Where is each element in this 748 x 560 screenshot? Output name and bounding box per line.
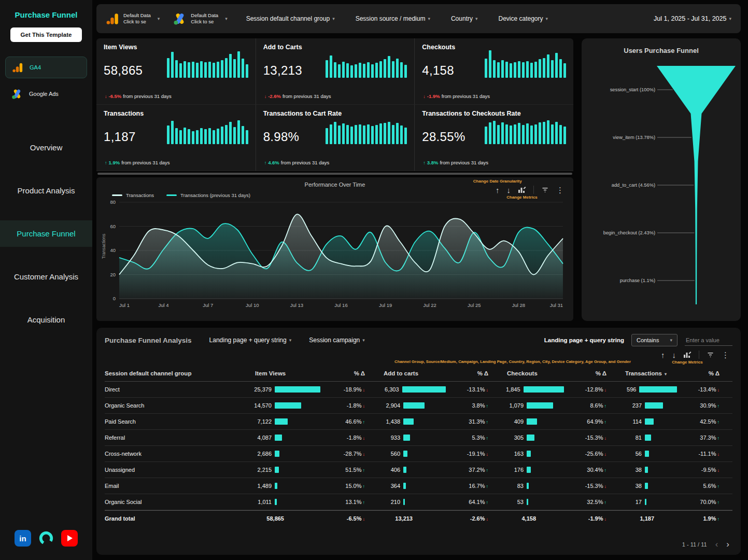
dimension-selector[interactable]: Landing page + query string▾ bbox=[209, 337, 292, 344]
metric-cell: 406 bbox=[369, 467, 446, 473]
download-icon[interactable]: ↓ bbox=[672, 351, 676, 359]
arrow-down-icon: ↓ bbox=[363, 387, 365, 393]
change-metrics-icon[interactable]: Change Metrics bbox=[518, 186, 526, 194]
table-row-direct[interactable]: Direct25,379-18.9%↓6,303-13.1%↓1,845-12.… bbox=[105, 382, 732, 398]
legend-item-previous[interactable]: Transactions (previous 31 days) bbox=[166, 192, 250, 198]
sidebar-item-product-analysis[interactable]: Product Analysis bbox=[0, 177, 92, 204]
delta-cell: -1.8%↓ bbox=[322, 402, 369, 409]
delta-cell: -25.6%↓ bbox=[564, 451, 611, 457]
scorecard-delta: ↓-6.5%from previous 31 days bbox=[104, 93, 172, 99]
filter-country[interactable]: Country▾ bbox=[451, 15, 478, 22]
filter-device-category[interactable]: Device category▾ bbox=[499, 15, 548, 22]
legend-swatch bbox=[166, 194, 177, 196]
table-grand-total-row: Grand total58,865-6.5%↓13,213-2.6%↓4,158… bbox=[105, 510, 732, 526]
metric-cell: 163 bbox=[492, 451, 564, 457]
metric-cell: 4,087 bbox=[241, 435, 322, 441]
scorecard-delta: ↓-1.9%from previous 31 days bbox=[422, 93, 490, 99]
filter-value-input[interactable] bbox=[685, 335, 732, 346]
ga4-data-source-selector[interactable]: Default DataClick to se ▾ bbox=[106, 12, 160, 25]
col-header-item-views[interactable]: Item Views bbox=[241, 370, 322, 376]
ads-data-source-selector[interactable]: Default DataClick to se ▾ bbox=[173, 12, 227, 25]
download-icon[interactable]: ↓ bbox=[507, 186, 511, 194]
delta-cell: 37.3%↑ bbox=[677, 435, 724, 441]
change-metrics-label[interactable]: Change Metrics bbox=[672, 360, 703, 365]
svg-text:Jul 4: Jul 4 bbox=[159, 302, 169, 308]
delta-cell: -1.8%↓ bbox=[322, 435, 369, 441]
table-row-unassigned[interactable]: Unassigned2,21551.5%↑40637.2%↑17630.4%↑3… bbox=[105, 462, 732, 478]
scorecard-delta: ↑3.8%from previous 31 days bbox=[422, 160, 488, 165]
analysis-table: Session default channel group Item Views… bbox=[105, 368, 732, 526]
youtube-icon[interactable] bbox=[61, 530, 78, 547]
export-up-icon[interactable]: ↑ bbox=[661, 351, 665, 359]
delta-cell: 46.6%↑ bbox=[322, 418, 369, 425]
google-ads-icon bbox=[10, 87, 24, 101]
sidebar-item-ga4[interactable]: GA4 bbox=[5, 57, 87, 78]
kebab-menu-icon[interactable]: ⋮ bbox=[722, 351, 729, 359]
delta-cell: 16.7%↑ bbox=[446, 483, 492, 489]
google-ads-icon bbox=[173, 12, 187, 25]
svg-text:Jul 13: Jul 13 bbox=[290, 302, 303, 308]
filter-icon[interactable] bbox=[707, 351, 714, 359]
arrow-up-icon: ↑ bbox=[717, 436, 720, 441]
svg-text:view_item (13.78%): view_item (13.78%) bbox=[613, 135, 655, 140]
linkedin-icon[interactable]: in bbox=[15, 530, 31, 547]
value-bar bbox=[403, 418, 414, 425]
delta-cell: 30.4%↑ bbox=[564, 467, 611, 473]
value-bar bbox=[403, 499, 405, 505]
sidebar-item-purchase-funnel[interactable]: Purchase Funnel bbox=[0, 220, 92, 247]
prev-page-icon[interactable]: ‹ bbox=[715, 540, 718, 549]
metric-cell: 38 bbox=[611, 483, 677, 489]
change-date-granularity-label[interactable]: Change Date Granularity bbox=[473, 179, 522, 184]
metric-cell: 1,079 bbox=[492, 402, 564, 409]
sidebar-item-google-ads[interactable]: Google Ads bbox=[5, 83, 87, 104]
kebab-menu-icon[interactable]: ⋮ bbox=[556, 186, 564, 194]
arrow-up-icon: ↑ bbox=[486, 436, 489, 441]
table-row-email[interactable]: Email1,48915.0%↑36416.7%↑83-15.3%↓385.6%… bbox=[105, 478, 732, 494]
ads-source-label: Default DataClick to se bbox=[191, 12, 218, 25]
main-area: Default DataClick to se ▾ Default DataCl… bbox=[92, 0, 748, 560]
performance-chart-card: Performance Over Time ↑Change Date Granu… bbox=[96, 177, 573, 321]
sidebar-item-customer-analysis[interactable]: Customer Analysis bbox=[0, 263, 92, 290]
delta-cell: -2.6%↓ bbox=[446, 515, 492, 522]
get-template-button[interactable]: Get This Template bbox=[10, 27, 82, 42]
scorecard-delta: ↓-2.6%from previous 31 days bbox=[263, 93, 331, 99]
table-row-paid-search[interactable]: Paid Search7,12246.6%↑1,43831.3%↑40964.9… bbox=[105, 414, 732, 430]
col-header-delta-2[interactable]: % Δ bbox=[446, 370, 492, 376]
metric-cell: 56 bbox=[611, 451, 677, 457]
value-bar bbox=[403, 467, 406, 473]
scorecard-add-to-carts: Add to Carts13,213↓-2.6%from previous 31… bbox=[256, 38, 415, 105]
filter-session-default-channel-group[interactable]: Session default channel group▾ bbox=[246, 15, 335, 22]
filter-session-source-medium[interactable]: Session source / medium▾ bbox=[356, 15, 430, 22]
next-page-icon[interactable]: › bbox=[726, 540, 729, 549]
sidebar-item-overview[interactable]: Overview bbox=[0, 134, 92, 161]
channel-cell: Email bbox=[105, 483, 241, 489]
sidebar-item-acquisition[interactable]: Acquisition bbox=[0, 306, 92, 333]
analysis-title: Purchase Funnel Analysis bbox=[105, 337, 192, 344]
col-header-channel[interactable]: Session default channel group bbox=[105, 370, 241, 376]
filter-operator-select[interactable]: Contains▾ bbox=[631, 334, 678, 346]
col-header-add-to-carts[interactable]: Add to carts bbox=[369, 370, 446, 376]
sparkline bbox=[326, 112, 407, 144]
horizontal-scrollbar[interactable] bbox=[97, 173, 572, 175]
col-header-delta-3[interactable]: % Δ bbox=[564, 370, 611, 376]
svg-text:Jul 1: Jul 1 bbox=[119, 302, 130, 308]
export-up-icon[interactable]: ↑Change Date Granularity bbox=[496, 186, 500, 194]
value-bar bbox=[275, 499, 277, 505]
legend-item-current[interactable]: Transactions bbox=[112, 192, 154, 198]
brand-logo[interactable] bbox=[38, 530, 54, 547]
table-row-cross-network[interactable]: Cross-network2,686-28.7%↓560-19.1%↓163-2… bbox=[105, 446, 732, 462]
col-header-delta-1[interactable]: % Δ bbox=[322, 370, 369, 376]
col-header-delta-4[interactable]: % Δ bbox=[677, 370, 724, 376]
value-bar bbox=[527, 467, 531, 473]
chevron-down-icon: ▾ bbox=[428, 16, 430, 21]
filter-icon[interactable] bbox=[541, 186, 549, 194]
date-range-control[interactable]: Jul 1, 2025 - Jul 31, 2025▾ bbox=[654, 15, 731, 22]
change-metrics-icon[interactable]: Change Metrics bbox=[683, 351, 691, 359]
col-header-checkouts[interactable]: Checkouts bbox=[492, 370, 564, 376]
col-header-transactions[interactable]: Transactions▾ bbox=[611, 370, 677, 376]
table-row-referral[interactable]: Referral4,087-1.8%↓9335.3%↑305-15.3%↓813… bbox=[105, 430, 732, 446]
table-row-organic-search[interactable]: Organic Search14,570-1.8%↓2,9043.8%↑1,07… bbox=[105, 398, 732, 414]
arrow-down-icon: ↓ bbox=[486, 452, 489, 457]
campaign-selector[interactable]: Session campaign▾ bbox=[309, 337, 365, 344]
table-row-organic-social[interactable]: Organic Social1,01113.1%↑21064.1%↑5332.5… bbox=[105, 494, 732, 510]
